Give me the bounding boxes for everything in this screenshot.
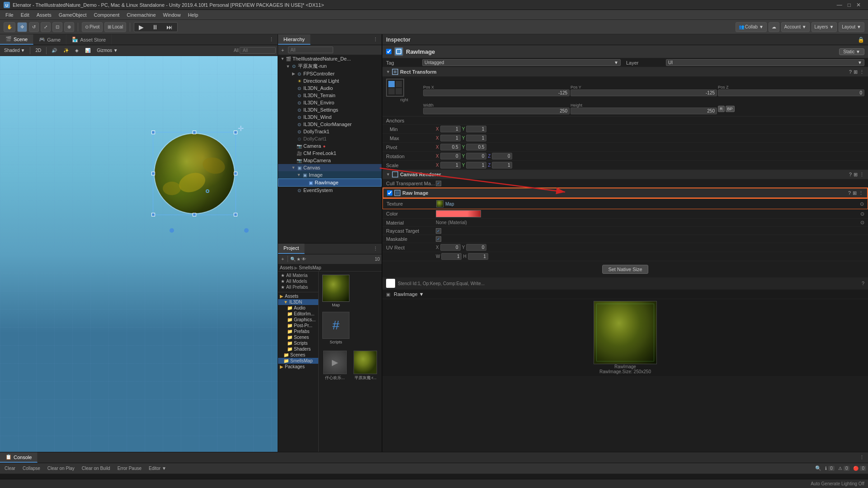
- hierarchy-item-settings[interactable]: ⊙ IL3DN_Settings: [278, 106, 382, 113]
- rect-transform-help[interactable]: ?: [849, 69, 852, 75]
- wh-R-button[interactable]: R: [718, 106, 725, 112]
- menu-assets[interactable]: Assets: [33, 11, 55, 19]
- cull-checkbox[interactable]: [436, 181, 441, 186]
- account-button[interactable]: Account ▼: [781, 22, 810, 32]
- raw-image-more[interactable]: ⋮: [859, 190, 863, 196]
- hierarchy-item-canvas[interactable]: ▼ ▣ Canvas: [278, 164, 382, 171]
- clear-on-build-button[interactable]: Clear on Build: [79, 465, 113, 471]
- menu-file[interactable]: File: [2, 11, 17, 19]
- asset-texture2[interactable]: 平原灰魔-r...: [351, 349, 380, 382]
- menu-window[interactable]: Window: [160, 11, 184, 19]
- hierarchy-item-colormgr[interactable]: ⊙ IL3DN_ColorManager: [278, 121, 382, 128]
- component-enabled-checkbox[interactable]: [386, 49, 392, 54]
- rect-transform-section[interactable]: ▼ Rect Transform ? ⊞ ⋮: [382, 67, 868, 77]
- folder-smellsmap[interactable]: 📁 SmellsMap: [278, 358, 318, 364]
- gizmos-dropdown[interactable]: Gizmos ▼: [94, 47, 120, 53]
- canvas-renderer-more[interactable]: ⋮: [859, 172, 864, 178]
- step-button[interactable]: ⏭: [163, 23, 176, 31]
- add-hierarchy-button[interactable]: +: [280, 47, 285, 53]
- menu-help[interactable]: Help: [184, 11, 202, 19]
- uv-x-input[interactable]: [440, 244, 461, 251]
- color-swatch[interactable]: [436, 210, 481, 217]
- tag-dropdown[interactable]: Untagged ▼: [422, 59, 621, 66]
- search-icon-console[interactable]: 🔍: [815, 465, 821, 471]
- uv-w-input[interactable]: [441, 253, 462, 260]
- wh-BP-button[interactable]: BP: [726, 106, 735, 112]
- anchor-max-x-input[interactable]: [440, 135, 461, 141]
- pivot-button[interactable]: ⊙ Pivot: [82, 22, 103, 32]
- tab-project[interactable]: Project: [278, 244, 305, 254]
- folder-prefabs[interactable]: 📁 Prefabs: [278, 328, 318, 334]
- anchor-min-y-input[interactable]: [466, 126, 486, 132]
- sound-toggle[interactable]: 🔊: [49, 47, 59, 53]
- tool-transform[interactable]: ⊕: [64, 22, 74, 32]
- folder-scenes2[interactable]: 📁 Scenes: [278, 352, 318, 358]
- menu-edit[interactable]: Edit: [17, 11, 33, 19]
- rot-y-input[interactable]: [466, 153, 486, 160]
- anchor-max-y-input[interactable]: [466, 135, 486, 141]
- tool-rect[interactable]: ⊡: [52, 22, 62, 32]
- local-button[interactable]: ⊞ Local: [104, 22, 126, 32]
- scene-view[interactable]: ✛: [0, 56, 278, 452]
- texture-name-label[interactable]: Map: [445, 202, 454, 206]
- collapse-button[interactable]: Collapse: [20, 465, 43, 471]
- scene-search-input[interactable]: [240, 47, 276, 54]
- hierarchy-item-camera[interactable]: 📷 Camera ●: [278, 142, 382, 150]
- clear-button[interactable]: Clear: [2, 465, 18, 471]
- pivot-y-input[interactable]: [466, 144, 486, 150]
- folder-shaders[interactable]: 📁 Shaders: [278, 346, 318, 352]
- asset-map[interactable]: Map: [321, 273, 351, 309]
- asset-scripts[interactable]: # Scripts: [321, 310, 351, 346]
- layer-dropdown[interactable]: UI ▼: [666, 59, 864, 66]
- folder-postpr[interactable]: 📁 Post-Pr...: [278, 323, 318, 328]
- 2d-toggle[interactable]: 2D: [33, 47, 43, 53]
- folder-editorim[interactable]: 📁 EditorIm...: [278, 311, 318, 317]
- hierarchy-item-fps[interactable]: ▶ ⊙ FPSController: [278, 70, 382, 77]
- canvas-renderer-help[interactable]: ?: [849, 172, 852, 178]
- set-native-size-button[interactable]: Set Native Size: [602, 265, 648, 274]
- folder-audio[interactable]: 📁 Audio: [278, 305, 318, 311]
- scene-object[interactable]: [154, 133, 235, 214]
- fx-toggle[interactable]: ✨: [61, 47, 71, 53]
- scene-tab-options[interactable]: ⋮: [265, 37, 278, 42]
- folder-graphics[interactable]: 📁 Graphics...: [278, 317, 318, 323]
- layers-button[interactable]: Layers ▼: [811, 22, 837, 32]
- handle-bottom-right[interactable]: [244, 228, 249, 233]
- fav-all-prefabs[interactable]: ★ All Prefabs: [280, 284, 316, 290]
- editor-dropdown-button[interactable]: Editor ▼: [146, 465, 169, 471]
- width-input[interactable]: [423, 108, 570, 114]
- tab-asset-store[interactable]: 🏪 Asset Store: [66, 34, 112, 45]
- maximize-button[interactable]: □: [848, 2, 851, 8]
- hierarchy-item-mapcam[interactable]: 📷 MapCamera: [278, 157, 382, 164]
- fav-all-material[interactable]: ★ All Materia: [280, 272, 316, 278]
- menu-cinemachine[interactable]: Cinemachine: [123, 11, 159, 19]
- material-target-button[interactable]: ⊙: [860, 220, 864, 225]
- close-button[interactable]: ✕: [856, 2, 861, 8]
- shading-mode-dropdown[interactable]: Shaded ▼: [2, 47, 27, 53]
- console-tab-options[interactable]: ⋮: [856, 455, 868, 460]
- raw-image-enabled[interactable]: [387, 190, 392, 196]
- tab-console[interactable]: 📋 Console: [0, 452, 38, 463]
- raycast-checkbox[interactable]: [436, 228, 441, 234]
- hierarchy-item-image[interactable]: ▼ ▣ Image: [278, 171, 382, 178]
- tab-game[interactable]: 🎮 Game: [33, 34, 66, 45]
- nav-toggle[interactable]: ◈: [73, 47, 81, 53]
- pos-z-input[interactable]: [718, 89, 864, 96]
- minimize-button[interactable]: —: [837, 2, 842, 8]
- color-target-button[interactable]: ⊙: [860, 211, 864, 217]
- scale-x-input[interactable]: [440, 162, 461, 169]
- fav-all-models[interactable]: ★ All Models: [280, 278, 316, 284]
- hierarchy-tab-options[interactable]: ⋮: [369, 37, 382, 42]
- hierarchy-item-dollycart[interactable]: ⊙ DollyCart1: [278, 135, 382, 142]
- tab-hierarchy[interactable]: Hierarchy: [278, 34, 311, 45]
- tool-scale[interactable]: ⤢: [41, 22, 51, 32]
- clear-on-play-button[interactable]: Clear on Play: [45, 465, 77, 471]
- stencil-help-button[interactable]: ?: [862, 281, 864, 286]
- breadcrumb-smellsmap[interactable]: SmellsMap: [299, 265, 321, 270]
- hierarchy-item-terrain[interactable]: ⊙ IL3DN_Terrain: [278, 92, 382, 99]
- folder-scenes[interactable]: 📁 Scenes: [278, 334, 318, 340]
- pause-button[interactable]: ⏸: [148, 23, 162, 31]
- raw-image-preset[interactable]: ⊞: [853, 190, 857, 196]
- tool-rotate[interactable]: ↺: [29, 22, 39, 32]
- pos-x-input[interactable]: [423, 89, 570, 96]
